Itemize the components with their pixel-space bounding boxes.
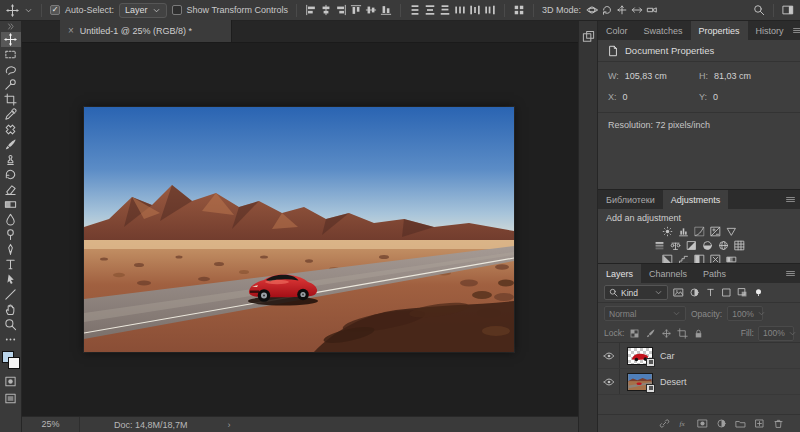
workspace-switcher-icon[interactable]: [782, 4, 794, 16]
channel-mixer-icon[interactable]: [718, 240, 729, 251]
dodge-tool[interactable]: [1, 227, 21, 242]
hue-saturation-icon[interactable]: [654, 240, 665, 251]
layer-row-desert[interactable]: Desert: [598, 369, 800, 395]
auto-select-checkbox[interactable]: ✓: [50, 5, 60, 15]
image-filter-icon[interactable]: [673, 287, 684, 298]
tab-swatches[interactable]: Swatches: [636, 21, 691, 40]
photo-filter-icon[interactable]: [702, 240, 713, 251]
zoom-level-field[interactable]: 25%: [22, 417, 80, 432]
search-icon[interactable]: [753, 4, 765, 16]
pan-3d-icon[interactable]: [616, 4, 628, 16]
y-field[interactable]: Y: 0: [699, 92, 790, 102]
panel-menu-icon[interactable]: [785, 268, 796, 279]
hand-tool[interactable]: [1, 302, 21, 317]
align-middle-icon[interactable]: [365, 4, 377, 16]
levels-icon[interactable]: [678, 226, 689, 237]
tab-color[interactable]: Color: [598, 21, 636, 40]
lasso-tool[interactable]: [1, 62, 21, 77]
lock-transparent-icon[interactable]: [629, 328, 640, 339]
color-swatches[interactable]: [1, 351, 21, 371]
black-white-icon[interactable]: [686, 240, 697, 251]
marquee-tool[interactable]: [1, 47, 21, 62]
link-layers-icon[interactable]: [659, 418, 670, 429]
tab-adjustments[interactable]: Adjustments: [663, 190, 729, 209]
quick-mask-icon[interactable]: [4, 375, 17, 388]
tab-history[interactable]: History: [748, 21, 792, 40]
blur-tool[interactable]: [1, 212, 21, 227]
lock-move-icon[interactable]: [661, 328, 672, 339]
tools-collapse-icon[interactable]: [6, 21, 15, 32]
x-field[interactable]: X: 0: [608, 92, 699, 102]
layer-effects-icon[interactable]: fx: [678, 418, 689, 429]
tab-paths[interactable]: Paths: [695, 264, 734, 283]
color-balance-icon[interactable]: [670, 240, 681, 251]
type-filter-icon[interactable]: [705, 287, 716, 298]
distribute-middle-icon[interactable]: [424, 4, 436, 16]
shape-filter-icon[interactable]: [721, 287, 732, 298]
visibility-eye-icon[interactable]: [598, 369, 620, 394]
new-layer-icon[interactable]: [754, 418, 765, 429]
clone-stamp-tool[interactable]: [1, 152, 21, 167]
new-group-icon[interactable]: [735, 418, 746, 429]
close-tab-icon[interactable]: ×: [68, 26, 74, 36]
orbit-3d-icon[interactable]: [586, 4, 598, 16]
align-right-icon[interactable]: [335, 4, 347, 16]
align-left-icon[interactable]: [305, 4, 317, 16]
show-transform-checkbox[interactable]: [172, 5, 182, 15]
tab-layers[interactable]: Layers: [598, 264, 641, 283]
threshold-icon[interactable]: [694, 254, 705, 263]
tab-properties[interactable]: Properties: [691, 21, 748, 40]
eyedropper-tool[interactable]: [1, 107, 21, 122]
layer-thumbnail-desert[interactable]: [627, 373, 653, 391]
selective-color-icon[interactable]: [710, 254, 721, 263]
document-tab[interactable]: × Untitled-1 @ 25% (RGB/8) *: [60, 20, 232, 42]
panel-menu-icon[interactable]: [785, 194, 796, 205]
lock-artboard-icon[interactable]: [677, 328, 688, 339]
distribute-bottom-icon[interactable]: [439, 4, 451, 16]
fill-field[interactable]: 100%: [758, 326, 794, 341]
canvas-document[interactable]: [84, 107, 514, 352]
tool-preset-chevron-icon[interactable]: [24, 6, 33, 15]
distribute-right-icon[interactable]: [484, 4, 496, 16]
align-bottom-icon[interactable]: [380, 4, 392, 16]
roll-3d-icon[interactable]: [601, 4, 613, 16]
brightness-contrast-icon[interactable]: [662, 226, 673, 237]
tab-channels[interactable]: Channels: [641, 264, 695, 283]
screen-mode-icon[interactable]: [4, 392, 17, 405]
color-lookup-icon[interactable]: [734, 240, 745, 251]
background-color-swatch[interactable]: [8, 357, 20, 369]
delete-layer-icon[interactable]: [773, 418, 784, 429]
quick-select-tool[interactable]: [1, 77, 21, 92]
distribute-top-icon[interactable]: [409, 4, 421, 16]
curves-icon[interactable]: [694, 226, 705, 237]
blend-mode-dropdown[interactable]: Normal: [604, 306, 686, 321]
lock-all-icon[interactable]: [693, 328, 704, 339]
type-tool[interactable]: [1, 257, 21, 272]
new-adjustment-icon[interactable]: [716, 418, 727, 429]
ellipsis-tool[interactable]: [1, 332, 21, 347]
healing-tool[interactable]: [1, 122, 21, 137]
lock-paint-icon[interactable]: [645, 328, 656, 339]
auto-select-target-dropdown[interactable]: Layer: [119, 3, 167, 18]
posterize-icon[interactable]: [678, 254, 689, 263]
collapsed-panel-icon[interactable]: [582, 30, 595, 43]
panel-menu-icon[interactable]: [792, 25, 800, 36]
slide-3d-icon[interactable]: [631, 4, 643, 16]
exposure-icon[interactable]: [710, 226, 721, 237]
filter-kind-dropdown[interactable]: Kind: [604, 285, 668, 300]
distribute-center-h-icon[interactable]: [469, 4, 481, 16]
visibility-eye-icon[interactable]: [598, 343, 620, 368]
brush-tool[interactable]: [1, 137, 21, 152]
align-top-icon[interactable]: [350, 4, 362, 16]
layer-row-car[interactable]: Car: [598, 343, 800, 369]
vibrance-icon[interactable]: [726, 226, 737, 237]
zoom-tool[interactable]: [1, 317, 21, 332]
eraser-tool[interactable]: [1, 182, 21, 197]
status-expand-chevron[interactable]: ›: [228, 420, 231, 430]
move-tool[interactable]: [1, 32, 21, 47]
align-center-h-icon[interactable]: [320, 4, 332, 16]
pen-tool[interactable]: [1, 242, 21, 257]
invert-icon[interactable]: [662, 254, 673, 263]
tab-libraries[interactable]: Библиотеки: [598, 190, 663, 209]
crop-tool[interactable]: [1, 92, 21, 107]
